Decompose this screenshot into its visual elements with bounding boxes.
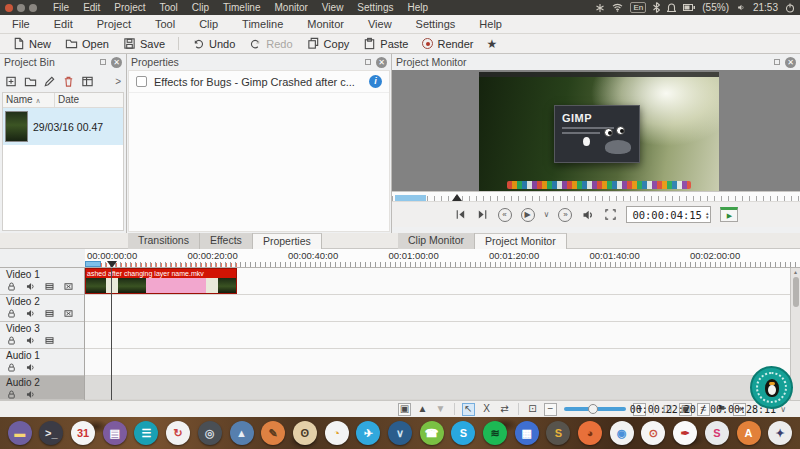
dock-icon[interactable]: ☎ <box>420 421 444 445</box>
dock-icon[interactable]: ✎ <box>261 421 285 445</box>
global-menu-item[interactable]: Edit <box>76 2 107 13</box>
app-menu-item[interactable]: Clip <box>187 18 230 30</box>
monitor-tab[interactable]: Project Monitor <box>475 233 567 249</box>
render-button[interactable]: Render <box>415 37 480 51</box>
power-icon[interactable] <box>785 3 795 13</box>
app-menu-item[interactable]: Help <box>467 18 514 30</box>
fit-zoom-button[interactable]: ⊡ <box>526 403 539 416</box>
monitor-zone-ruler[interactable] <box>392 191 800 201</box>
paste-button[interactable]: Paste <box>356 36 415 51</box>
notifications-bell-icon[interactable] <box>667 3 676 13</box>
dock-icon[interactable]: S <box>705 421 729 445</box>
dock-icon[interactable]: ≋ <box>483 421 507 445</box>
app-menu-item[interactable]: Settings <box>404 18 468 30</box>
track-header-video1[interactable]: Video 1 <box>0 268 84 295</box>
bin-clip-row[interactable]: 29/03/16 00.47 <box>3 108 123 145</box>
float-panel-icon[interactable] <box>100 59 106 65</box>
mute-track-icon[interactable] <box>25 362 36 373</box>
lock-track-icon[interactable] <box>6 389 17 400</box>
dock-icon[interactable]: ◉ <box>610 421 634 445</box>
scrollbar-thumb[interactable] <box>793 277 799 307</box>
view-mode-icon[interactable] <box>81 75 94 88</box>
global-menu-item[interactable]: Project <box>107 2 152 13</box>
dock-icon[interactable]: ▬ <box>8 421 32 445</box>
close-panel-icon[interactable]: ✕ <box>785 57 796 68</box>
minimize-window-icon[interactable] <box>17 4 25 12</box>
hide-video-icon[interactable] <box>44 335 55 346</box>
play-button[interactable]: ▶ <box>521 208 535 222</box>
track-height-button[interactable]: ▣ <box>398 403 411 416</box>
toolbar-overflow-icon[interactable]: > <box>115 76 121 87</box>
track-header-audio2[interactable]: Audio 2 <box>0 376 84 400</box>
name-column-header[interactable]: Name ∧ <box>3 93 55 107</box>
panel-tab[interactable]: Transitions <box>128 233 200 249</box>
dock-icon[interactable]: ✒ <box>673 421 697 445</box>
global-menu-item[interactable]: Monitor <box>268 2 315 13</box>
dock-icon[interactable]: ◕ <box>578 421 602 445</box>
timecode-spinner[interactable]: ▴▾ <box>706 211 709 219</box>
dock-icon[interactable]: ☰ <box>134 421 158 445</box>
hide-video-icon[interactable] <box>44 281 55 292</box>
global-menu-item[interactable]: Timeline <box>216 2 267 13</box>
track-header-video2[interactable]: Video 2 <box>0 295 84 322</box>
zoom-slider[interactable] <box>564 407 626 411</box>
date-column-header[interactable]: Date <box>55 93 123 107</box>
track-effects-icon[interactable] <box>63 308 74 319</box>
dock-icon[interactable]: ∨ <box>388 421 412 445</box>
playhead-line[interactable] <box>111 268 112 400</box>
delete-clip-icon[interactable] <box>62 75 75 88</box>
float-panel-icon[interactable] <box>365 59 371 65</box>
app-menu-item[interactable]: Monitor <box>295 18 356 30</box>
monitor-volume-icon[interactable] <box>581 208 595 222</box>
clock[interactable]: 21:53 <box>753 2 778 13</box>
favorite-star-icon[interactable]: ★ <box>487 37 498 51</box>
panel-tab[interactable]: Effects <box>200 233 253 249</box>
track-lanes[interactable]: ashed after changing layer name.mkv <box>85 268 790 400</box>
dock-icon[interactable]: ✦ <box>768 421 792 445</box>
close-panel-icon[interactable]: ✕ <box>376 57 387 68</box>
dock-icon[interactable]: S <box>451 421 475 445</box>
audio2-lane[interactable] <box>85 376 790 400</box>
dock-icon[interactable]: >_ <box>39 421 63 445</box>
indicator-icon[interactable] <box>595 3 605 13</box>
lower-track-button[interactable]: ▼ <box>434 403 447 416</box>
go-to-end-icon[interactable] <box>476 208 489 221</box>
dock-icon[interactable]: ↻ <box>166 421 190 445</box>
dock-icon[interactable]: ✈ <box>356 421 380 445</box>
dock-icon[interactable]: ▦ <box>515 421 539 445</box>
track-effects-icon[interactable] <box>63 281 74 292</box>
mute-track-icon[interactable] <box>25 389 36 400</box>
dock-icon[interactable]: 31 <box>71 421 95 445</box>
dock-icon[interactable]: A <box>737 421 761 445</box>
track-header-video3[interactable]: Video 3 <box>0 322 84 349</box>
video3-lane[interactable] <box>85 322 790 349</box>
selection-tool-button[interactable]: ↖ <box>462 403 475 416</box>
dock-icon[interactable]: ʘ <box>293 421 317 445</box>
go-to-start-icon[interactable] <box>454 208 467 221</box>
global-menu-item[interactable]: Settings <box>350 2 400 13</box>
wifi-icon[interactable] <box>612 3 623 12</box>
lock-track-icon[interactable] <box>6 308 17 319</box>
dock-icon[interactable]: ◔ <box>325 421 349 445</box>
dock-icon[interactable]: ◎ <box>198 421 222 445</box>
rewind-button[interactable]: « <box>498 208 512 222</box>
dock-icon[interactable]: ⊙ <box>641 421 665 445</box>
dock-icon[interactable]: ▲ <box>230 421 254 445</box>
monitor-video-area[interactable]: GIMP <box>392 70 800 191</box>
app-menu-item[interactable]: Edit <box>42 18 85 30</box>
mute-track-icon[interactable] <box>25 281 36 292</box>
hide-video-icon[interactable] <box>44 308 55 319</box>
dock-icon[interactable]: S <box>546 421 570 445</box>
app-menu-item[interactable]: Project <box>85 18 143 30</box>
timeline-ruler[interactable]: 00:00:00:0000:00:20:0000:00:40:0000:01:0… <box>85 249 800 268</box>
app-menu-item[interactable]: View <box>356 18 404 30</box>
global-menu-item[interactable]: Clip <box>185 2 216 13</box>
zone-mode-icon[interactable] <box>604 208 617 221</box>
undo-button[interactable]: Undo <box>185 36 242 51</box>
close-window-icon[interactable] <box>5 4 13 12</box>
lock-track-icon[interactable] <box>6 362 17 373</box>
volume-icon[interactable] <box>736 3 746 12</box>
edit-clip-icon[interactable] <box>43 75 56 88</box>
global-menu-item[interactable]: Help <box>401 2 436 13</box>
play-options-dropdown-icon[interactable]: ∨ <box>544 210 550 219</box>
